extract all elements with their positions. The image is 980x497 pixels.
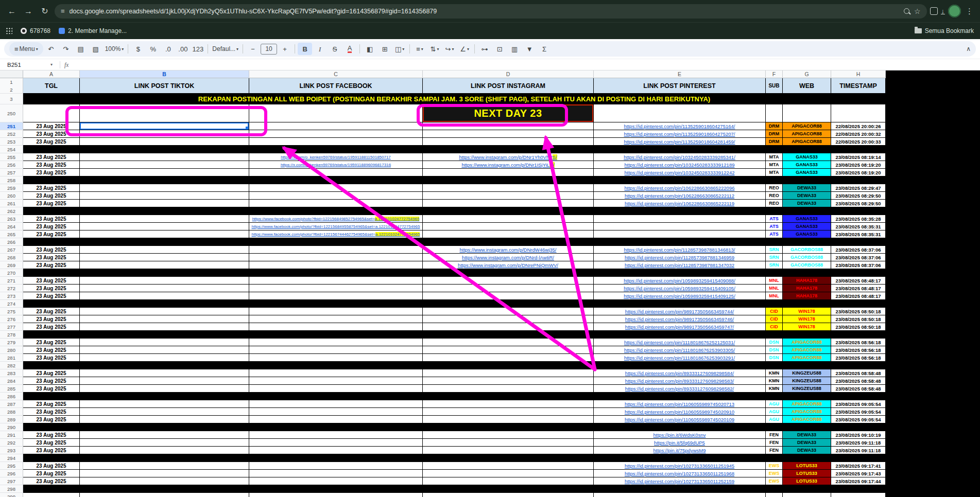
more-formats-icon[interactable]: 123: [191, 43, 205, 55]
cell-C269[interactable]: [249, 261, 423, 269]
font-size-input[interactable]: 10: [261, 44, 277, 55]
cell-E265[interactable]: [594, 230, 766, 238]
cell-G269[interactable]: GACORBOS88: [783, 261, 831, 269]
cell-E271[interactable]: https://id.pinterest.com/pin/10598932594…: [594, 277, 766, 285]
cell-C252[interactable]: [249, 130, 423, 138]
cell-B271[interactable]: [80, 277, 249, 285]
all-bookmarks-button[interactable]: Semua Bookmark: [915, 27, 974, 34]
cell-E285[interactable]: https://id.pinterest.com/pin/89333127609…: [594, 385, 766, 393]
increase-decimals-icon[interactable]: .00: [176, 43, 190, 55]
cell-F250[interactable]: [766, 104, 783, 122]
cell-E292[interactable]: https://pin.it/5fq69dUP5: [594, 439, 766, 447]
cell-link[interactable]: https://www.facebook.com/photo/?fbid=122…: [252, 224, 420, 229]
cell-H268[interactable]: 23/08/2025 08:37:06: [831, 254, 886, 261]
row-header-266[interactable]: 266: [0, 238, 23, 246]
cell-F299[interactable]: [766, 493, 783, 497]
cell-C277[interactable]: [249, 323, 423, 331]
cell-D271[interactable]: [423, 277, 594, 285]
cell-H250[interactable]: [831, 104, 886, 122]
cell-link[interactable]: https://www.instagram.com/p/DNrd-lAwtiR/: [462, 255, 554, 260]
profile-avatar[interactable]: [948, 5, 961, 17]
separator-row-cell[interactable]: [23, 146, 886, 153]
cell-B280[interactable]: [80, 346, 249, 354]
row-header-265[interactable]: 265: [0, 230, 23, 238]
cell-link[interactable]: https://id.pinterest.com/pin/11285739878…: [624, 247, 735, 253]
row-header-259[interactable]: 259: [0, 184, 23, 192]
cell-A261[interactable]: 23 Aug 2025: [23, 200, 80, 207]
cell-B268[interactable]: [80, 254, 249, 261]
cell-F252[interactable]: DRM: [766, 130, 783, 138]
cell-link[interactable]: https://id.pinterest.com/pin/89333127609…: [625, 378, 734, 384]
cell-A280[interactable]: 23 Aug 2025: [23, 346, 80, 354]
text-rotation-icon[interactable]: ∠▾: [457, 43, 472, 55]
cell-B296[interactable]: [80, 470, 249, 477]
font-select[interactable]: Defaul...▾: [211, 43, 240, 55]
cell-B287[interactable]: [80, 400, 249, 408]
cell-E281[interactable]: https://id.pinterest.com/pin/11180186762…: [594, 354, 766, 362]
cell-G252[interactable]: APIGACOR88: [783, 130, 831, 138]
downloads-icon[interactable]: ↓: [941, 8, 945, 14]
cell-H283[interactable]: 23/08/2025 08:58:48: [831, 369, 886, 377]
zoom-control[interactable]: 100%▾: [104, 43, 126, 55]
cell-H284[interactable]: 23/08/2025 08:58:48: [831, 377, 886, 385]
separator-row-cell[interactable]: [23, 393, 886, 400]
cell-H271[interactable]: 23/08/2025 08:48:17: [831, 277, 886, 285]
cell-D283[interactable]: [423, 369, 594, 377]
cell-H273[interactable]: 23/08/2025 08:48:17: [831, 292, 886, 300]
cell-D276[interactable]: [423, 315, 594, 323]
column-header-E[interactable]: E: [594, 70, 766, 78]
cell-A289[interactable]: 23 Aug 2025: [23, 416, 80, 423]
cell-F297[interactable]: EWS: [766, 477, 783, 485]
cell-A296[interactable]: 23 Aug 2025: [23, 470, 80, 477]
cell-link[interactable]: https://pin.it/75pdywsM9: [654, 448, 706, 453]
cell-F257[interactable]: MTA: [766, 169, 783, 176]
forward-button[interactable]: →: [22, 7, 35, 16]
cell-G297[interactable]: LOTUS33: [783, 477, 831, 485]
select-all-corner[interactable]: [0, 70, 23, 78]
cell-F259[interactable]: REO: [766, 184, 783, 192]
borders-icon[interactable]: ⊞: [377, 43, 392, 55]
cell-B264[interactable]: [80, 223, 249, 230]
cell-G291[interactable]: DEWA33: [783, 431, 831, 439]
header-link-post-instagram[interactable]: LINK POST INSTAGRAM: [423, 78, 594, 94]
cell-B265[interactable]: [80, 230, 249, 238]
cell-link[interactable]: https://id.pinterest.com/pin/10324502833…: [624, 154, 735, 160]
cell-E257[interactable]: https://id.pinterest.com/pin/10324502833…: [594, 169, 766, 176]
cell-D263[interactable]: [423, 215, 594, 223]
cell-C255[interactable]: https://x.com/o_kenken59769/status/19591…: [249, 153, 423, 161]
cell-B272[interactable]: [80, 285, 249, 292]
address-bar[interactable]: ≡ docs.google.com/spreadsheets/d/1jkL00j…: [55, 4, 927, 19]
row-header-295[interactable]: 295: [0, 462, 23, 470]
row-header-283[interactable]: 283: [0, 369, 23, 377]
cell-F276[interactable]: CID: [766, 315, 783, 323]
cell-G279[interactable]: APIGACOR88: [783, 339, 831, 346]
print-icon[interactable]: ▤: [74, 43, 88, 55]
cell-D295[interactable]: [423, 462, 594, 470]
cell-E260[interactable]: https://id.pinterest.com/pin/10622866308…: [594, 192, 766, 200]
cell-C261[interactable]: [249, 200, 423, 207]
cell-A272[interactable]: 23 Aug 2025: [23, 285, 80, 292]
row-header-289[interactable]: 289: [0, 416, 23, 423]
row-header-298[interactable]: 298: [0, 485, 23, 493]
cell-G281[interactable]: APIGACOR88: [783, 354, 831, 362]
cell-H295[interactable]: 23/08/2025 09:17:41: [831, 462, 886, 470]
cell-D251[interactable]: [423, 122, 594, 130]
cell-H275[interactable]: 23/08/2025 08:50:18: [831, 308, 886, 315]
cell-link[interactable]: https://id.pinterest.com/pin/89333127609…: [625, 386, 734, 392]
cell-H292[interactable]: 23/08/2025 09:11:18: [831, 439, 886, 447]
cell-link[interactable]: https://id.pinterest.com/pin/10324502833…: [625, 162, 735, 168]
extensions-icon[interactable]: [930, 7, 938, 15]
cell-G283[interactable]: KINGZEUS88: [783, 369, 831, 377]
cell-E279[interactable]: https://id.pinterest.com/pin/11180186762…: [594, 339, 766, 346]
cell-link[interactable]: https://www.instagram.com/p/DNrePNiQmWV/: [458, 262, 558, 268]
header-sub[interactable]: SUB: [766, 78, 783, 94]
cell-E295[interactable]: https://id.pinterest.com/pin/10273133650…: [594, 462, 766, 470]
cell-F251[interactable]: DRM: [766, 122, 783, 130]
cell-C283[interactable]: [249, 369, 423, 377]
cell-B289[interactable]: [80, 416, 249, 423]
cell-C250[interactable]: [249, 104, 423, 122]
cell-B250[interactable]: [80, 104, 249, 122]
cell-G292[interactable]: DEWA33: [783, 439, 831, 447]
italic-icon[interactable]: I: [313, 43, 327, 55]
cell-D269[interactable]: https://www.instagram.com/p/DNrePNiQmWV/: [423, 261, 594, 269]
